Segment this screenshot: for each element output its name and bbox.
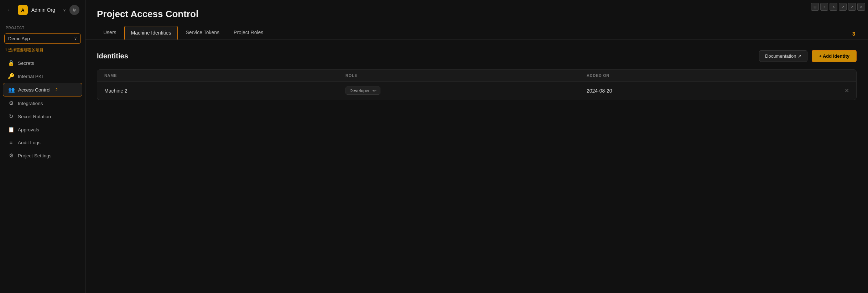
project-name: Demo App <box>8 36 30 41</box>
org-name: Admin Org <box>31 7 59 13</box>
sidebar-item-access-control[interactable]: 👥 Access Control 2 <box>3 83 82 96</box>
step2-badge: 2 <box>56 88 58 92</box>
col-name: NAME <box>104 73 345 78</box>
tab-users[interactable]: Users <box>97 26 123 40</box>
col-actions <box>828 73 849 78</box>
main-header: Project Access Control Users Machine Ide… <box>85 0 868 40</box>
settings-icon: ⚙ <box>8 152 14 159</box>
users-icon: 👥 <box>8 87 15 93</box>
project-section-label: PROJECT <box>0 20 85 32</box>
col-role: ROLE <box>345 73 587 78</box>
remove-identity-button[interactable]: ✕ <box>844 87 849 94</box>
identity-added-on: 2024-08-20 <box>587 88 828 94</box>
tr-icon-3[interactable]: ∧ <box>830 3 837 11</box>
logs-icon: ≡ <box>8 140 14 146</box>
sidebar-item-label: Project Settings <box>18 153 52 158</box>
key-icon: 🔑 <box>8 73 14 79</box>
sidebar-item-label: Secrets <box>18 61 34 66</box>
back-button[interactable]: ← <box>6 6 14 14</box>
identity-actions: ✕ <box>828 87 849 94</box>
step3-badge: 3 <box>852 31 855 37</box>
page-title: Project Access Control <box>97 9 857 20</box>
col-added-on: ADDED ON <box>587 73 828 78</box>
tr-icon-2[interactable]: ↕ <box>820 3 828 11</box>
header-actions: Documentation ↗ + Add identity <box>759 50 857 62</box>
rotation-icon: ↻ <box>8 113 14 120</box>
sidebar-item-integrations[interactable]: ⚙ Integrations <box>3 97 82 110</box>
table-row: Machine 2 Developer ✏ 2024-08-20 ✕ <box>97 82 856 100</box>
lock-icon: 🔒 <box>8 60 14 66</box>
tr-icon-5[interactable]: ⤢ <box>848 3 856 11</box>
tab-project-roles[interactable]: Project Roles <box>227 26 270 40</box>
role-badge: Developer ✏ <box>345 87 380 95</box>
project-chevron-icon: ∨ <box>74 36 77 41</box>
sidebar-item-secrets[interactable]: 🔒 Secrets <box>3 57 82 69</box>
identities-table: NAME ROLE ADDED ON Machine 2 Developer ✏… <box>97 69 857 100</box>
tr-icon-4[interactable]: ↗ <box>839 3 847 11</box>
tab-service-tokens[interactable]: Service Tokens <box>179 26 226 40</box>
sidebar-item-secret-rotation[interactable]: ↻ Secret Rotation <box>3 110 82 123</box>
user-avatar[interactable]: ly <box>69 5 79 15</box>
documentation-button[interactable]: Documentation ↗ <box>759 50 807 62</box>
sidebar-item-label: Integrations <box>18 101 43 106</box>
table-header: NAME ROLE ADDED ON <box>97 70 856 82</box>
main-content: Project Access Control Users Machine Ide… <box>85 0 868 293</box>
sidebar-item-label: Secret Rotation <box>18 114 51 119</box>
project-selector[interactable]: Demo App ∨ <box>4 33 81 44</box>
role-label: Developer <box>349 88 370 93</box>
sidebar-item-label: Approvals <box>18 127 39 132</box>
step1-hint: 1 选择需要绑定的项目 <box>0 47 85 56</box>
top-right-toolbar: ⊞ ↕ ∧ ↗ ⤢ ✕ <box>811 3 865 11</box>
org-chevron-icon: ∨ <box>63 8 66 12</box>
sidebar: ← A Admin Org ∨ ly PROJECT Demo App ∨ 1 … <box>0 0 85 293</box>
org-avatar: A <box>18 5 28 15</box>
sidebar-item-project-settings[interactable]: ⚙ Project Settings <box>3 149 82 162</box>
sidebar-nav: 🔒 Secrets 🔑 Internal PKI 👥 Access Contro… <box>0 56 85 162</box>
tr-icon-1[interactable]: ⊞ <box>811 3 819 11</box>
sidebar-item-audit-logs[interactable]: ≡ Audit Logs <box>3 136 82 149</box>
sidebar-item-approvals[interactable]: 📋 Approvals <box>3 123 82 136</box>
section-header: Identities Documentation ↗ + Add identit… <box>97 50 857 62</box>
sidebar-item-internal-pki[interactable]: 🔑 Internal PKI <box>3 70 82 83</box>
sidebar-item-label: Internal PKI <box>18 74 43 79</box>
approvals-icon: 📋 <box>8 126 14 133</box>
sidebar-header: ← A Admin Org ∨ ly <box>0 0 85 20</box>
sidebar-item-label: Access Control <box>18 87 51 93</box>
sidebar-item-label: Audit Logs <box>18 140 41 145</box>
tr-icon-6[interactable]: ✕ <box>857 3 865 11</box>
identity-name: Machine 2 <box>104 88 345 94</box>
section-title: Identities <box>97 52 128 60</box>
tabs-bar: Users Machine Identities Service Tokens … <box>97 26 857 40</box>
integrations-icon: ⚙ <box>8 100 14 106</box>
edit-role-icon[interactable]: ✏ <box>373 88 376 93</box>
identity-role: Developer ✏ <box>345 87 587 95</box>
tab-machine-identities[interactable]: Machine Identities <box>124 26 178 40</box>
add-identity-button[interactable]: + Add identity <box>812 50 857 62</box>
main-body: Identities Documentation ↗ + Add identit… <box>85 40 868 293</box>
